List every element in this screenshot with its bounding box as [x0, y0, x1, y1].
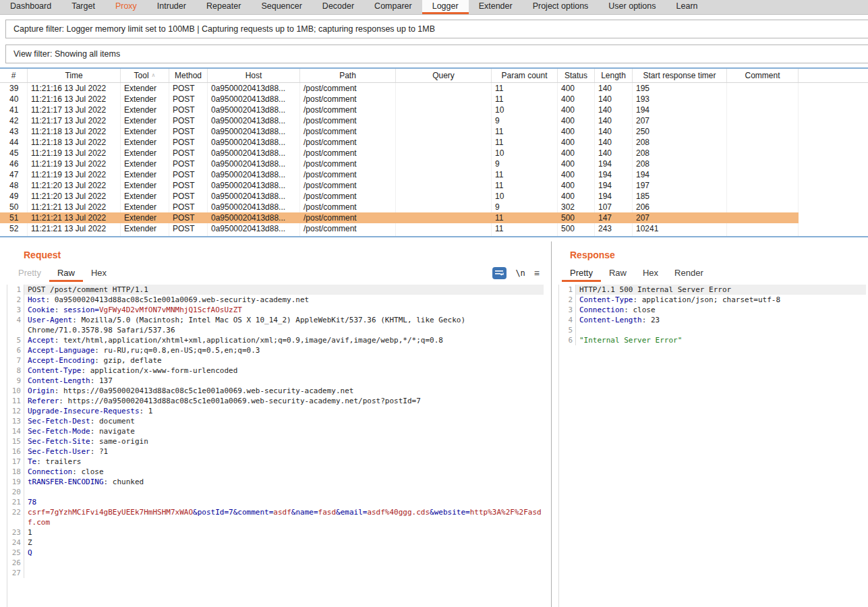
tab-logger[interactable]: Logger [422, 0, 469, 14]
line-content[interactable]: csrf=7gYzhMCiFvi4gBEyUEEk7HmHSHM7xWAO&po… [24, 507, 544, 527]
table-row[interactable]: 4611:21:19 13 Jul 2022ExtenderPOST0a9500… [0, 158, 799, 169]
editor-line: 6Accept-Language: ru-RU,ru;q=0.8,en-US;q… [7, 345, 551, 355]
table-row[interactable]: 3911:21:16 13 Jul 2022ExtenderPOST0a9500… [0, 83, 799, 94]
table-row[interactable]: 4311:21:18 13 Jul 2022ExtenderPOST0a9500… [0, 126, 799, 137]
tab-repeater[interactable]: Repeater [196, 0, 251, 14]
tab-proxy[interactable]: Proxy [105, 0, 147, 14]
table-row[interactable]: 4711:21:19 13 Jul 2022ExtenderPOST0a9500… [0, 169, 799, 180]
tab-raw[interactable]: Raw [49, 266, 83, 282]
line-content[interactable]: User-Agent: Mozilla/5.0 (Macintosh; Inte… [24, 315, 544, 335]
tab-sequencer[interactable]: Sequencer [251, 0, 312, 14]
table-row[interactable]: 4511:21:19 13 Jul 2022ExtenderPOST0a9500… [0, 148, 799, 158]
cell-status: 400 [558, 94, 595, 105]
tab-comparer[interactable]: Comparer [364, 0, 422, 14]
tab-pretty[interactable]: Pretty [562, 266, 601, 282]
cell-param-count: 11 [492, 137, 558, 148]
line-content[interactable]: Z [24, 538, 544, 548]
column-header-tool[interactable]: Tool∧ [121, 69, 169, 82]
line-content[interactable]: Referer: https://0a9500020413d88ac08c5c1… [24, 396, 544, 406]
column-header-time[interactable]: Time [28, 69, 121, 82]
line-content[interactable]: Content-Length: 23 [576, 315, 866, 325]
column-header-comment[interactable]: Comment [727, 69, 799, 82]
line-content[interactable]: Sec-Fetch-Mode: navigate [24, 426, 544, 436]
show-newlines-icon[interactable]: \n [515, 268, 525, 278]
table-row[interactable]: 4211:21:17 13 Jul 2022ExtenderPOST0a9500… [0, 115, 799, 126]
tab-hex[interactable]: Hex [635, 266, 666, 282]
table-row[interactable]: 5111:21:21 13 Jul 2022ExtenderPOST0a9500… [0, 212, 799, 223]
column-header-status[interactable]: Status [558, 69, 595, 82]
line-content[interactable]: tRANSFER-ENCODING: chunked [24, 477, 544, 487]
column-header-number[interactable]: # [0, 69, 28, 82]
tab-render[interactable]: Render [666, 266, 712, 282]
main-tab-bar: DashboardTargetProxyIntruderRepeaterSequ… [0, 0, 868, 15]
line-content[interactable]: POST /post/comment HTTP/1.1 [24, 285, 544, 295]
line-content[interactable]: Accept-Language: ru-RU,ru;q=0.8,en-US;q=… [24, 345, 544, 355]
line-content[interactable]: Connection: close [24, 467, 544, 477]
line-content[interactable]: 1 [24, 527, 544, 538]
table-row[interactable]: 5011:21:21 13 Jul 2022ExtenderPOST0a9500… [0, 202, 799, 212]
table-row[interactable]: 4811:21:20 13 Jul 2022ExtenderPOST0a9500… [0, 180, 799, 191]
tab-extender[interactable]: Extender [469, 0, 523, 14]
table-row[interactable]: 5311:21:22 13 Jul 2022ExtenderPOST0a9500… [0, 234, 799, 236]
column-header-path[interactable]: Path [300, 69, 396, 82]
line-content[interactable] [24, 568, 544, 578]
cell-path: /post/comment [300, 115, 396, 126]
request-editor[interactable]: 1POST /post/comment HTTP/1.12Host: 0a950… [7, 285, 551, 607]
cell-status: 400 [558, 126, 595, 137]
request-title: Request [24, 250, 61, 260]
table-row[interactable]: 5211:21:21 13 Jul 2022ExtenderPOST0a9500… [0, 223, 799, 234]
line-content[interactable] [576, 325, 866, 335]
line-content[interactable]: Content-Type: application/x-www-form-url… [24, 366, 544, 376]
tab-learn[interactable]: Learn [666, 0, 708, 14]
response-editor[interactable]: 1HTTP/1.1 500 Internal Server Error2Cont… [558, 285, 868, 607]
tab-target[interactable]: Target [61, 0, 105, 14]
column-header-method[interactable]: Method [169, 69, 208, 82]
column-header-host[interactable]: Host [208, 69, 300, 82]
line-content[interactable] [24, 487, 544, 497]
line-content[interactable]: Q [24, 548, 544, 558]
line-content[interactable]: HTTP/1.1 500 Internal Server Error [576, 285, 866, 295]
column-header-length[interactable]: Length [595, 69, 633, 82]
tab-pretty[interactable]: Pretty [10, 266, 49, 282]
line-number: 23 [7, 527, 24, 538]
column-header-param-count[interactable]: Param count [492, 69, 558, 82]
line-content[interactable]: Upgrade-Insecure-Requests: 1 [24, 406, 544, 416]
line-content[interactable]: Accept-Encoding: gzip, deflate [24, 355, 544, 366]
cell-param-count: 9 [492, 158, 558, 169]
line-content[interactable]: Content-Length: 137 [24, 376, 544, 386]
column-header-start-response-timer[interactable]: Start response timer [633, 69, 727, 82]
tab-hex[interactable]: Hex [83, 266, 115, 282]
cell-host: 0a9500020413d88... [208, 158, 300, 169]
line-content[interactable]: Cookie: session=VgFWy4D2vMfON7vMNMhjQ1Sc… [24, 305, 544, 315]
cell-length: 140 [595, 94, 633, 105]
line-content[interactable]: "Internal Server Error" [576, 335, 866, 345]
line-content[interactable]: Content-Type: application/json; charset=… [576, 295, 866, 305]
column-header-query[interactable]: Query [396, 69, 492, 82]
capture-filter-bar[interactable]: Capture filter: Logger memory limit set … [5, 20, 868, 38]
table-row[interactable]: 4911:21:20 13 Jul 2022ExtenderPOST0a9500… [0, 191, 799, 202]
line-content[interactable]: Sec-Fetch-Dest: document [24, 416, 544, 426]
tab-project-options[interactable]: Project options [523, 0, 599, 14]
tab-decoder[interactable]: Decoder [312, 0, 364, 14]
line-content[interactable]: Connection: close [576, 305, 866, 315]
table-row[interactable]: 4411:21:18 13 Jul 2022ExtenderPOST0a9500… [0, 137, 799, 148]
table-row[interactable]: 4111:21:17 13 Jul 2022ExtenderPOST0a9500… [0, 105, 799, 115]
line-content[interactable]: Te: trailers [24, 457, 544, 467]
editor-line: 22csrf=7gYzhMCiFvi4gBEyUEEk7HmHSHM7xWAO&… [7, 507, 551, 527]
line-content[interactable]: Host: 0a9500020413d88ac08c5c1e001a0069.w… [24, 295, 544, 305]
tab-user-options[interactable]: User options [598, 0, 666, 14]
cell-method: POST [169, 180, 208, 191]
line-content[interactable]: Accept: text/html,application/xhtml+xml,… [24, 335, 544, 345]
line-content[interactable] [24, 558, 544, 568]
tab-dashboard[interactable]: Dashboard [0, 0, 61, 14]
view-filter-bar[interactable]: View filter: Showing all items [5, 45, 868, 63]
line-content[interactable]: 78 [24, 497, 544, 507]
table-row[interactable]: 4011:21:16 13 Jul 2022ExtenderPOST0a9500… [0, 94, 799, 105]
line-content[interactable]: Sec-Fetch-Site: same-origin [24, 436, 544, 446]
tab-raw[interactable]: Raw [601, 266, 635, 282]
line-content[interactable]: Sec-Fetch-User: ?1 [24, 446, 544, 457]
editor-menu-icon[interactable]: ≡ [534, 268, 540, 278]
line-content[interactable]: Origin: https://0a9500020413d88ac08c5c1e… [24, 386, 544, 396]
soft-wrap-icon[interactable] [492, 267, 507, 279]
tab-intruder[interactable]: Intruder [147, 0, 196, 14]
